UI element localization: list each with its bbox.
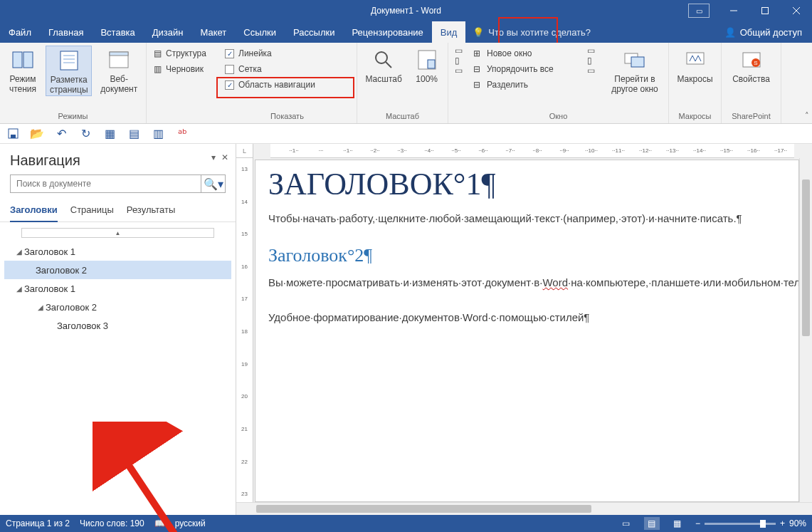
- switch-windows-button[interactable]: Перейти в другое окно: [606, 46, 664, 95]
- zoom-level[interactable]: 90%: [789, 518, 806, 528]
- tab-references[interactable]: Ссылки: [235, 21, 285, 43]
- qat-btn-4[interactable]: ᵃᵇ: [175, 127, 189, 141]
- group-label-modes: Режимы: [4, 110, 142, 123]
- draft-view-button[interactable]: ▥Черновик: [151, 61, 209, 77]
- tree-node-h1-2[interactable]: ◢Заголовок 1: [4, 279, 231, 298]
- tree-node-h2-1[interactable]: Заголовок 2: [4, 261, 231, 279]
- status-language[interactable]: русский: [175, 518, 206, 528]
- ruler-corner: L: [236, 144, 253, 158]
- zoom-slider[interactable]: [705, 523, 776, 525]
- tab-mailings[interactable]: Рассылки: [285, 21, 343, 43]
- nav-search-button[interactable]: 🔍▾: [201, 175, 225, 192]
- page-width-buttons[interactable]: ▭▯▭: [453, 46, 464, 75]
- zoom-out-button[interactable]: −: [695, 518, 700, 528]
- read-mode-button[interactable]: Режим чтения: [4, 46, 41, 95]
- new-window-button[interactable]: ⊞Новое окно: [468, 46, 583, 61]
- navpane-close-icon[interactable]: ✕: [221, 152, 228, 162]
- tree-node-h1-1[interactable]: ◢Заголовок 1: [4, 242, 231, 261]
- zoom-in-button[interactable]: +: [780, 518, 785, 528]
- qat-btn-2[interactable]: ▤: [127, 127, 141, 141]
- document-page[interactable]: ЗАГОЛОВОК°1¶ Чтобы·начать·работу,·щелкни…: [255, 160, 799, 502]
- qat-btn-1[interactable]: ▦: [102, 127, 117, 141]
- save-button[interactable]: [6, 127, 20, 141]
- nav-collapse-bar[interactable]: ▲: [21, 228, 214, 238]
- status-proofing-icon[interactable]: 📖: [154, 518, 165, 528]
- gridlines-checkbox[interactable]: Сетка: [222, 61, 318, 77]
- nav-tab-results[interactable]: Результаты: [127, 200, 175, 221]
- read-mode-icon: [11, 48, 34, 71]
- horizontal-scrollbar[interactable]: [236, 502, 812, 515]
- arrange-all-button[interactable]: ⊟Упорядочить все: [468, 61, 583, 77]
- svg-rect-4: [13, 52, 22, 68]
- tab-review[interactable]: Рецензирование: [343, 21, 431, 43]
- properties-button[interactable]: S Свойства: [726, 46, 776, 84]
- tree-label: Заголовок 2: [36, 265, 87, 276]
- web-layout-icon: [107, 48, 130, 71]
- open-button[interactable]: 📂: [30, 127, 44, 141]
- view-web-icon[interactable]: ▦: [670, 517, 685, 530]
- maximize-button[interactable]: [749, 0, 781, 21]
- svg-rect-11: [110, 52, 128, 56]
- ribbon-display-options-icon[interactable]: ▭: [688, 4, 710, 18]
- vertical-scrollbar[interactable]: [799, 158, 812, 502]
- split-button[interactable]: ⊟Разделить: [468, 77, 583, 93]
- macros-label: Макросы: [677, 74, 712, 84]
- navpane-dropdown-icon[interactable]: ▾: [211, 152, 216, 162]
- outline-label: Структура: [166, 48, 206, 58]
- ruler-checkbox[interactable]: ✓Линейка: [222, 46, 318, 61]
- doc-paragraph-1: Чтобы·начать·работу,·щелкните·любой·заме…: [268, 209, 786, 228]
- outline-view-button[interactable]: ▤Структура: [151, 46, 209, 61]
- view-print-icon[interactable]: ▤: [644, 517, 660, 530]
- svg-rect-5: [23, 52, 33, 68]
- doc-heading-1: ЗАГОЛОВОК°1¶: [268, 166, 786, 202]
- zoom-icon: [372, 48, 395, 71]
- zoom-100-button[interactable]: 100%: [410, 46, 443, 84]
- undo-button[interactable]: ↶: [54, 127, 68, 141]
- tab-design[interactable]: Дизайн: [144, 21, 192, 43]
- status-page[interactable]: Страница 1 из 2: [6, 518, 70, 528]
- read-mode-label: Режим чтения: [4, 74, 41, 95]
- redo-button[interactable]: ↻: [78, 127, 93, 141]
- nav-tab-pages[interactable]: Страницы: [70, 200, 114, 221]
- svg-point-12: [376, 52, 387, 63]
- status-words[interactable]: Число слов: 190: [80, 518, 144, 528]
- vertical-ruler[interactable]: 1314151617181920212223: [236, 158, 253, 502]
- minimize-button[interactable]: [718, 0, 749, 21]
- document-area: L ··1·······1····2····3····4····5····6··…: [236, 144, 812, 515]
- group-label-show: Показать: [222, 110, 352, 123]
- navigation-pane-checkbox[interactable]: ✓Область навигации: [222, 77, 318, 93]
- qat-btn-3[interactable]: ▥: [151, 127, 165, 141]
- zoom-button[interactable]: Масштаб: [362, 46, 406, 84]
- side-by-side-buttons[interactable]: ▭▯▭: [587, 46, 601, 75]
- share-icon: 👤: [724, 27, 736, 38]
- web-layout-button[interactable]: Веб-документ: [96, 46, 142, 95]
- tree-node-h3-1[interactable]: Заголовок 3: [4, 316, 231, 335]
- outline-icon: ▤: [154, 48, 162, 58]
- tree-label: Заголовок 1: [24, 246, 75, 257]
- sharepoint-icon: S: [740, 48, 763, 71]
- close-button[interactable]: [781, 0, 812, 21]
- nav-search: 🔍▾: [10, 174, 226, 193]
- tab-file[interactable]: Файл: [0, 21, 40, 43]
- tree-label: Заголовок 1: [24, 283, 75, 294]
- tell-me[interactable]: 💡 Что вы хотите сделать?: [465, 21, 714, 43]
- tab-insert[interactable]: Вставка: [92, 21, 143, 43]
- share-button[interactable]: 👤 Общий доступ: [715, 21, 812, 43]
- split-label: Разделить: [487, 80, 528, 90]
- collapse-ribbon-icon[interactable]: ˄: [805, 111, 809, 120]
- group-label-macros: Макросы: [673, 110, 717, 123]
- nav-tab-headings[interactable]: Заголовки: [10, 200, 58, 222]
- tab-home[interactable]: Главная: [40, 21, 92, 43]
- doc-paragraph-3: Удобное·форматирование·документов·Word·с…: [268, 308, 786, 327]
- tab-view[interactable]: Вид: [432, 21, 466, 43]
- view-read-icon[interactable]: ▭: [618, 517, 634, 530]
- tab-layout[interactable]: Макет: [191, 21, 235, 43]
- draft-icon: ▥: [154, 64, 162, 74]
- switch-windows-icon: [623, 48, 646, 71]
- svg-line-13: [386, 62, 391, 68]
- tree-node-h2-2[interactable]: ◢Заголовок 2: [4, 298, 231, 316]
- horizontal-ruler[interactable]: ··1·······1····2····3····4····5····6····…: [270, 144, 794, 158]
- nav-search-input[interactable]: [11, 175, 201, 192]
- print-layout-button[interactable]: Разметка страницы: [46, 46, 93, 96]
- macros-button[interactable]: Макросы: [673, 46, 717, 84]
